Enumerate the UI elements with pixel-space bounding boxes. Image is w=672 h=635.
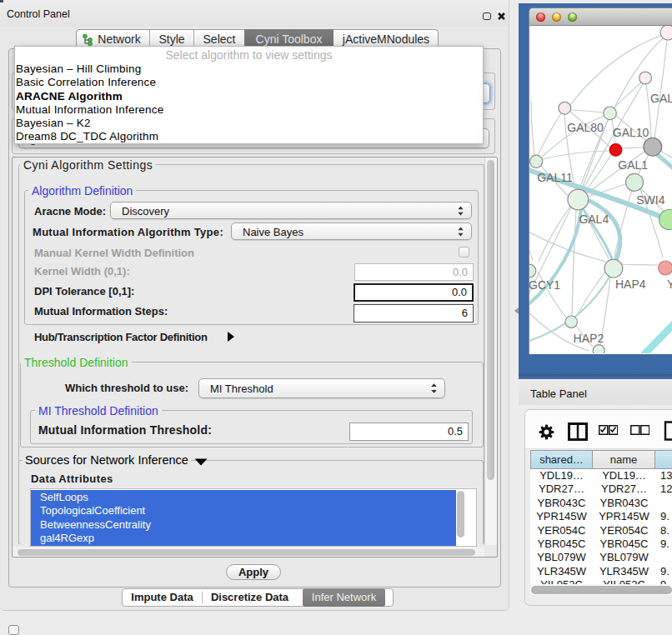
svg-text:GAL10: GAL10 [613, 126, 649, 139]
svg-text:HAP4: HAP4 [615, 278, 646, 291]
svg-text:GAL1: GAL1 [618, 158, 648, 172]
svg-text:HAP2: HAP2 [574, 332, 604, 345]
svg-text:Y: Y [667, 278, 672, 291]
svg-text:GAL11: GAL11 [537, 171, 573, 184]
svg-text:SWI4: SWI4 [636, 193, 664, 207]
svg-text:GCY1: GCY1 [529, 278, 560, 292]
svg-text:GAL2: GAL2 [650, 92, 672, 105]
svg-text:GAL80: GAL80 [567, 121, 604, 134]
svg-text:GAL4: GAL4 [579, 212, 609, 226]
